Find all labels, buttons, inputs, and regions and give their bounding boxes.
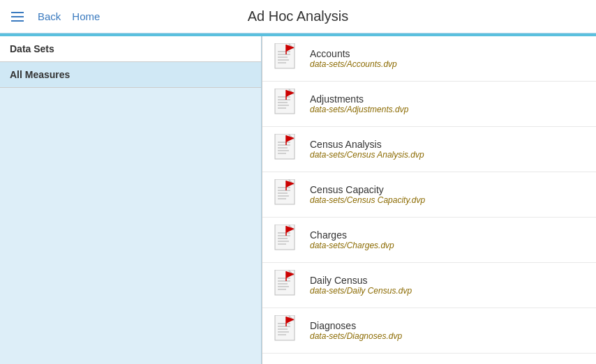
back-button[interactable]: Back — [38, 10, 61, 22]
dataset-name: Census Analysis — [310, 139, 424, 150]
sidebar: Data Sets All Measures — [0, 36, 262, 364]
list-item[interactable]: Accountsdata-sets/Accounts.dvp — [262, 36, 596, 82]
dataset-path: data-sets/Accounts.dvp — [310, 59, 397, 69]
file-icon — [274, 134, 300, 165]
file-icon — [274, 270, 300, 301]
dataset-info: Diagnosesdata-sets/Diagnoses.dvp — [310, 320, 402, 341]
dataset-path: data-sets/Diagnoses.dvp — [310, 331, 402, 341]
dataset-info: Daily Censusdata-sets/Daily Census.dvp — [310, 275, 412, 296]
dataset-info: Census Capacitydata-sets/Census Capacity… — [310, 184, 425, 205]
dataset-name: Charges — [310, 229, 394, 241]
list-item[interactable]: Census Analysisdata-sets/Census Analysis… — [262, 127, 596, 172]
file-icon — [274, 43, 300, 74]
header: Back Home Ad Hoc Analysis — [0, 0, 596, 33]
dataset-path: data-sets/Daily Census.dvp — [310, 286, 412, 296]
page-title: Ad Hoc Analysis — [248, 8, 349, 24]
list-item[interactable]: Chargesdata-sets/Charges.dvp — [262, 218, 596, 263]
sidebar-item-data-sets[interactable]: Data Sets — [0, 36, 261, 62]
menu-icon[interactable] — [8, 9, 27, 24]
dataset-info: Census Analysisdata-sets/Census Analysis… — [310, 139, 424, 160]
dataset-path: data-sets/Census Analysis.dvp — [310, 150, 424, 160]
dataset-info: Chargesdata-sets/Charges.dvp — [310, 229, 394, 250]
file-icon — [274, 89, 300, 119]
file-icon — [274, 225, 300, 255]
list-item[interactable]: Adjustmentsdata-sets/Adjustments.dvp — [262, 82, 596, 127]
dataset-name: Diagnoses — [310, 320, 402, 331]
file-icon — [274, 315, 300, 346]
home-button[interactable]: Home — [72, 10, 100, 22]
dataset-path: data-sets/Charges.dvp — [310, 241, 394, 250]
dataset-name: Accounts — [310, 48, 397, 59]
dataset-name: Adjustments — [310, 93, 408, 105]
list-item[interactable]: Census Capacitydata-sets/Census Capacity… — [262, 172, 596, 218]
dataset-path: data-sets/Census Capacity.dvp — [310, 195, 425, 205]
sidebar-item-all-measures[interactable]: All Measures — [0, 62, 261, 88]
list-item[interactable]: Daily Censusdata-sets/Daily Census.dvp — [262, 263, 596, 308]
file-icon — [274, 179, 300, 210]
dataset-info: Accountsdata-sets/Accounts.dvp — [310, 48, 397, 69]
dataset-name: Census Capacity — [310, 184, 425, 195]
header-left: Back Home — [8, 9, 100, 24]
dataset-path: data-sets/Adjustments.dvp — [310, 105, 408, 114]
dataset-name: Daily Census — [310, 275, 412, 286]
main-layout: Data Sets All Measures Accountsdata-sets… — [0, 36, 596, 364]
dataset-list: Accountsdata-sets/Accounts.dvp Adjustmen… — [262, 36, 596, 364]
list-item[interactable]: Diagnosesdata-sets/Diagnoses.dvp — [262, 308, 596, 354]
dataset-info: Adjustmentsdata-sets/Adjustments.dvp — [310, 93, 408, 114]
